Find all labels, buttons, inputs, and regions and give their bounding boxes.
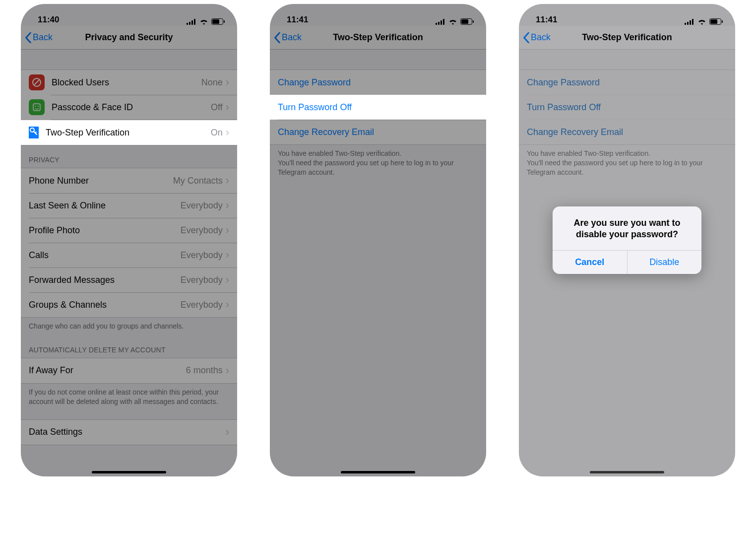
section-footer-two-step: You have enabled Two-Step verification. … [270, 145, 486, 181]
cell-label: Two-Step Verification [46, 128, 211, 138]
chevron-right-icon [226, 101, 229, 114]
disable-button[interactable]: Disable [627, 251, 702, 274]
cell-value: Everybody [181, 275, 223, 285]
row-if-away-for[interactable]: If Away For 6 months [21, 358, 237, 383]
alert-backdrop: Are you sure you want to disable your pa… [519, 4, 735, 476]
chevron-right-icon [226, 174, 229, 187]
chevron-right-icon [226, 199, 229, 212]
cell-label: Profile Photo [29, 225, 181, 236]
cell-label: Groups & Channels [29, 300, 181, 310]
status-bar: 11:41 [270, 4, 486, 26]
blocked-icon [29, 74, 45, 90]
chevron-right-icon [226, 126, 229, 139]
cell-label: If Away For [29, 365, 186, 376]
section-footer-privacy: Change who can add you to groups and cha… [21, 318, 237, 335]
cell-value: Everybody [181, 201, 223, 211]
svg-rect-0 [187, 23, 188, 25]
chevron-right-icon [226, 273, 229, 286]
row-phone-number[interactable]: Phone Number My Contacts [21, 168, 237, 193]
passcode-icon [29, 99, 45, 115]
cell-label: Change Recovery Email [278, 127, 478, 137]
home-indicator[interactable] [92, 471, 166, 473]
disable-password-alert: Are you sure you want to disable your pa… [553, 206, 701, 274]
back-button[interactable]: Back [25, 32, 53, 43]
status-time: 11:41 [287, 15, 308, 25]
row-forwarded-messages[interactable]: Forwarded Messages Everybody [21, 268, 237, 292]
cancel-button[interactable]: Cancel [553, 251, 627, 274]
svg-line-8 [34, 80, 39, 85]
signal-icon [436, 19, 445, 25]
cell-value: My Contacts [173, 176, 223, 186]
battery-icon [460, 18, 474, 25]
back-button[interactable]: Back [274, 32, 302, 43]
status-icons [436, 18, 474, 25]
svg-rect-1 [189, 22, 190, 25]
chevron-left-icon [25, 32, 32, 43]
row-blocked-users[interactable]: Blocked Users None [21, 70, 237, 95]
home-indicator[interactable] [341, 471, 415, 473]
svg-rect-17 [443, 19, 444, 25]
nav-bar: Back Privacy and Security [21, 26, 237, 50]
row-change-recovery-email[interactable]: Change Recovery Email [270, 120, 486, 144]
key-icon [29, 127, 39, 138]
signal-icon [187, 19, 196, 25]
svg-rect-19 [461, 19, 468, 24]
chevron-right-icon [226, 76, 229, 89]
svg-rect-6 [224, 20, 225, 23]
cell-label: Data Settings [29, 427, 226, 437]
status-time: 11:40 [38, 15, 59, 25]
row-data-settings[interactable]: Data Settings [21, 420, 237, 445]
cell-value: Everybody [181, 300, 223, 310]
cell-label: Change Password [278, 77, 478, 88]
row-groups-channels[interactable]: Groups & Channels Everybody [21, 292, 237, 317]
highlighted-two-step-row[interactable]: Two-Step Verification On [21, 120, 237, 145]
row-passcode-faceid[interactable]: Passcode & Face ID Off [21, 95, 237, 120]
svg-rect-14 [436, 23, 437, 25]
content-scroll[interactable]: Blocked Users None Passcode & Face ID Of… [21, 50, 237, 476]
cell-label: Last Seen & Online [29, 201, 181, 211]
chevron-right-icon [226, 249, 229, 262]
page-title: Two-Step Verification [333, 32, 423, 43]
row-last-seen[interactable]: Last Seen & Online Everybody [21, 193, 237, 218]
row-change-password[interactable]: Change Password [270, 70, 486, 95]
screenshot-disable-alert: 11:41 Back Two-Step Verification Change … [519, 4, 735, 476]
section-footer-autodelete: If you do not come online at least once … [21, 384, 237, 410]
row-calls[interactable]: Calls Everybody [21, 243, 237, 268]
cell-value: 6 months [186, 365, 223, 376]
chevron-right-icon [226, 364, 229, 377]
chevron-right-icon [226, 426, 229, 439]
svg-point-10 [35, 106, 36, 107]
nav-bar: Back Two-Step Verification [270, 26, 486, 50]
cell-value: None [201, 77, 223, 88]
cell-label: Calls [29, 250, 181, 261]
chevron-right-icon [226, 224, 229, 237]
battery-icon [211, 18, 225, 25]
highlighted-turn-off-row[interactable]: Turn Password Off [270, 95, 486, 120]
cell-label: Passcode & Face ID [52, 102, 211, 113]
svg-point-11 [38, 106, 39, 107]
row-profile-photo[interactable]: Profile Photo Everybody [21, 218, 237, 243]
status-bar: 11:40 [21, 4, 237, 26]
back-label: Back [282, 32, 302, 43]
cell-value: Everybody [181, 250, 223, 261]
svg-rect-5 [212, 19, 219, 24]
svg-rect-20 [473, 20, 474, 23]
cell-value: Off [211, 102, 223, 113]
cell-label: Turn Password Off [278, 102, 478, 113]
cell-label: Blocked Users [52, 77, 201, 88]
cell-label: Phone Number [29, 176, 173, 186]
svg-rect-3 [194, 19, 195, 25]
chevron-right-icon [226, 298, 229, 311]
svg-rect-2 [191, 20, 193, 25]
screenshot-two-step: 11:41 Back Two-Step Verification Change … [270, 4, 486, 476]
back-label: Back [33, 32, 53, 43]
svg-rect-15 [438, 22, 440, 25]
alert-title: Are you sure you want to disable your pa… [553, 206, 701, 251]
cell-value: Everybody [181, 225, 223, 236]
cell-label: Forwarded Messages [29, 275, 181, 285]
cell-value: On [211, 128, 223, 138]
section-header-autodelete: AUTOMATICALLY DELETE MY ACCOUNT [21, 335, 237, 358]
svg-rect-9 [33, 104, 40, 111]
svg-rect-16 [441, 20, 442, 25]
page-title: Privacy and Security [85, 32, 173, 43]
